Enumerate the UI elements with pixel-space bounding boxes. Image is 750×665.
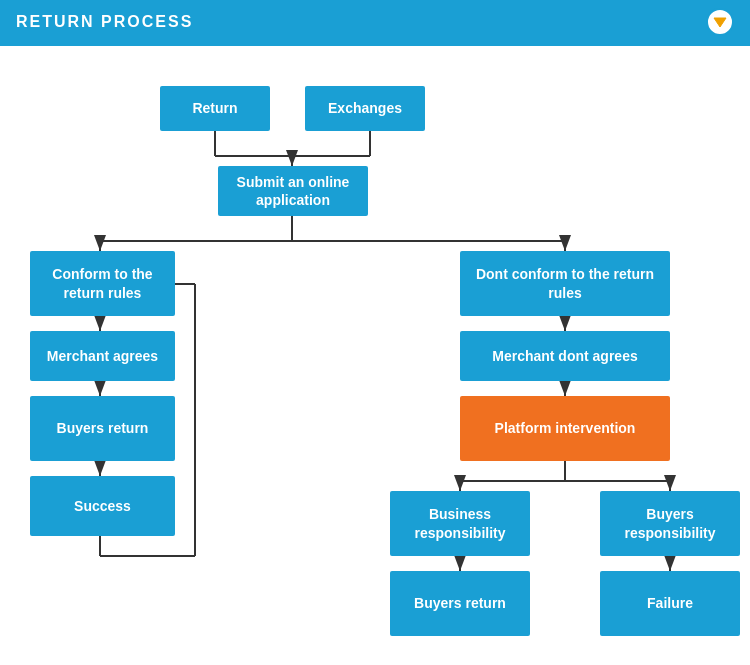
merchant-dont-box: Merchant dont agrees <box>460 331 670 381</box>
chevron-down-icon[interactable] <box>706 8 734 36</box>
header-title: RETURN PROCESS <box>16 13 193 31</box>
success-box: Success <box>30 476 175 536</box>
buyers-resp-box: Buyers responsibility <box>600 491 740 556</box>
return-box: Return <box>160 86 270 131</box>
dont-conform-box: Dont conform to the return rules <box>460 251 670 316</box>
header: RETURN PROCESS <box>0 0 750 46</box>
platform-box: Platform intervention <box>460 396 670 461</box>
submit-box: Submit an online application <box>218 166 368 216</box>
conform-box: Conform to the return rules <box>30 251 175 316</box>
business-resp-box: Business responsibility <box>390 491 530 556</box>
exchanges-box: Exchanges <box>305 86 425 131</box>
failure-box: Failure <box>600 571 740 636</box>
buyers-return-left-box: Buyers return <box>30 396 175 461</box>
merchant-agrees-box: Merchant agrees <box>30 331 175 381</box>
buyers-return-right-box: Buyers return <box>390 571 530 636</box>
svg-marker-0 <box>714 18 726 27</box>
